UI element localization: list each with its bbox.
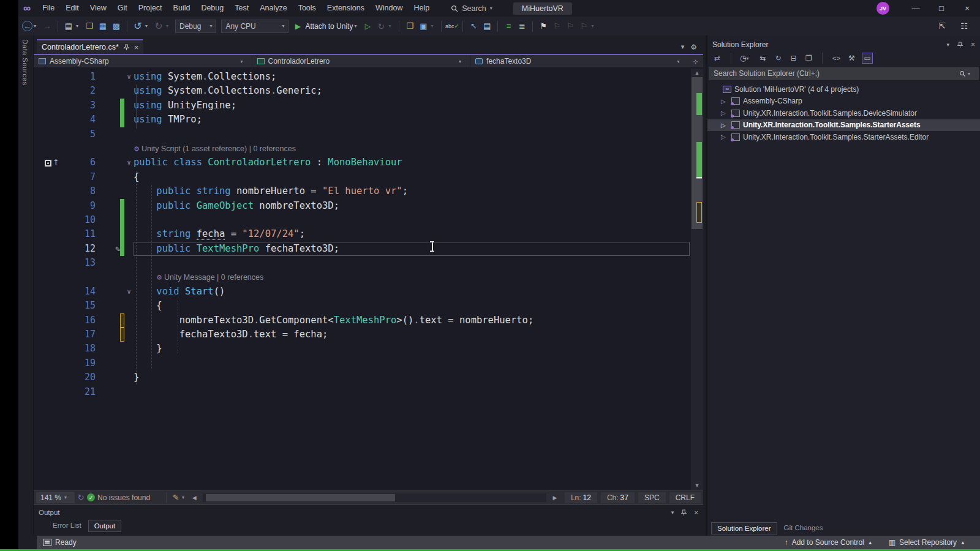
code-line[interactable]: 19 [34,356,703,370]
split-window-handle[interactable]: ⊹ [688,55,703,67]
project-dropdown[interactable]: Assembly-CSharp ▾ [34,55,252,67]
pin-icon[interactable] [124,44,129,51]
panel-dropdown-icon[interactable]: ▾ [671,509,674,515]
code-line[interactable]: 5 [34,127,703,141]
previous-bookmark-button[interactable]: ⚐ [551,20,563,33]
tree-item[interactable]: ▷Unity.XR.Interaction.Toolkit.Samples.De… [707,107,980,119]
code-line[interactable]: ↑6∨public class ControladorLetrero : Mon… [34,156,703,170]
close-panel-icon[interactable]: × [694,509,698,516]
code-line[interactable]: 7{ [34,170,703,184]
code-line[interactable]: 21 [34,385,703,399]
undo-button[interactable]: ↺ [132,20,144,33]
horizontal-scrollbar-thumb[interactable] [206,494,394,501]
maximize-button[interactable]: □ [929,0,954,17]
refresh-icon[interactable]: ↻ [773,53,783,64]
show-all-files-icon[interactable]: ❐ [804,53,813,64]
menu-git[interactable]: Git [112,0,133,17]
navigate-back-button[interactable]: ← [22,21,32,31]
pin-icon[interactable] [681,509,687,516]
codelens-indicator[interactable]: ⚙ Unity Script (1 asset reference) | 0 r… [134,144,296,153]
scroll-right-icon[interactable]: ▶ [549,491,561,504]
document-tab[interactable]: ControladorLetrero.cs* × [37,39,143,54]
code-line[interactable]: 14∨ void Start() [34,285,703,299]
code-line[interactable]: 4using TMPro; [34,113,703,127]
find-in-files-button[interactable]: ❐ [404,20,416,33]
scroll-down-icon[interactable]: ▼ [691,481,703,490]
preview-selected-items-icon[interactable]: ▭ [862,53,872,64]
code-line[interactable]: 11 string fecha = "12/07/24"; [34,227,703,241]
save-button[interactable]: ▦ [97,20,109,33]
new-project-button[interactable]: ▤ [62,20,75,33]
code-line[interactable]: 20} [34,370,703,384]
navigate-to-button[interactable]: ▣ [417,20,429,33]
undo-dropdown[interactable]: ▾ [145,23,151,29]
issues-status[interactable]: No issues found [97,493,150,502]
zoom-dropdown[interactable]: 141 %▾ [36,492,75,503]
code-cleanup-icon[interactable]: ✎ [170,491,182,504]
tab-solution-explorer[interactable]: Solution Explorer [711,522,777,534]
comment-selection-button[interactable]: ↖ [467,20,480,33]
type-dropdown[interactable]: ControladorLetrero ▾ [252,55,471,67]
new-project-dropdown[interactable]: ▾ [76,23,82,29]
tree-item[interactable]: ∞Solution 'MiHuertoVR' (4 of 4 projects) [707,83,980,96]
line-ending-indicator[interactable]: CRLF [669,492,701,503]
code-line[interactable]: 10 [34,213,703,227]
tab-error-list[interactable]: Error List [47,520,87,532]
menu-build[interactable]: Build [168,0,196,17]
uncomment-selection-button[interactable]: ▤ [481,20,493,33]
close-button[interactable]: × [954,0,980,17]
tab-options-gear-icon[interactable]: ⚙ [690,43,697,51]
code-line[interactable]: 15 { [34,299,703,313]
document-health-icon[interactable]: ↻ [75,491,87,504]
menu-view[interactable]: View [85,0,112,17]
code-line[interactable]: 12✎ public TextMeshPro fechaTexto3D; [34,242,703,256]
menu-extensions[interactable]: Extensions [322,0,370,17]
vertical-scrollbar[interactable]: ▲ ▼ [691,69,703,490]
expand-arrow-icon[interactable]: ▷ [721,110,728,116]
column-indicator[interactable]: Ch:37 [601,492,635,503]
debug-configuration-dropdown[interactable]: Debug▾ [175,20,216,33]
code-line[interactable]: 8 public string nombreHuerto = "El huert… [34,184,703,198]
code-line[interactable]: 18 } [34,342,703,356]
codelens-line[interactable]: ⚙ Unity Message | 0 references [34,270,703,284]
tree-item[interactable]: ▷Unity.XR.Interaction.Toolkit.Samples.St… [707,131,980,143]
code-line[interactable]: 9 public GameObject nombreTexto3D; [34,199,703,213]
code-line[interactable]: 13 [34,256,703,270]
view-code-icon[interactable]: <> [831,53,841,64]
redo-dropdown[interactable]: ▾ [166,23,172,29]
attach-dropdown[interactable]: ▾ [354,23,360,29]
close-tab-icon[interactable]: × [134,43,139,52]
tab-git-changes[interactable]: Git Changes [778,522,829,534]
attach-to-unity-button[interactable]: Attach to Unity [305,22,353,31]
menu-test[interactable]: Test [229,0,254,17]
navigate-forward-button[interactable]: → [41,20,53,33]
sync-with-active-document-icon[interactable]: ⇆ [758,53,767,64]
menu-file[interactable]: File [37,0,60,17]
code-line[interactable]: 17 fechaTexto3D.text = fecha; [34,328,703,342]
switch-views-icon[interactable]: ⇄ [712,53,722,64]
clear-bookmarks-button[interactable]: ⚐ [578,20,590,33]
line-indicator[interactable]: Ln:12 [565,492,597,503]
code-line[interactable]: 3using UnityEngine; [34,99,703,113]
properties-icon[interactable]: ⚒ [846,53,856,64]
expand-arrow-icon[interactable]: ▷ [721,98,728,105]
code-cleanup-dropdown[interactable]: ▾ [182,495,188,500]
save-all-button[interactable]: ▩ [110,20,123,33]
navigate-back-dropdown[interactable]: ▾ [34,23,40,29]
code-line[interactable]: 16 nombreTexto3D.GetComponent<TextMeshPr… [34,313,703,328]
member-dropdown[interactable]: fechaTexto3D ▾ [470,55,688,67]
minimize-button[interactable]: — [903,0,929,17]
menu-window[interactable]: Window [370,0,408,17]
share-button[interactable]: ⇱ [936,20,948,33]
fold-chevron-icon[interactable]: ∨ [124,70,134,84]
avatar[interactable]: JV [876,2,889,15]
menu-debug[interactable]: Debug [195,0,229,17]
menu-help[interactable]: Help [408,0,435,17]
menu-project[interactable]: Project [133,0,168,17]
menu-analyze[interactable]: Analyze [254,0,292,17]
codelens-line[interactable]: ⚙ Unity Script (1 asset reference) | 0 r… [34,141,703,156]
search-options-dropdown[interactable]: ▾ [968,71,974,77]
feedback-button[interactable]: ☷ [958,20,970,33]
tree-item[interactable]: ▷Assembly-CSharp [707,96,980,108]
start-without-debugging-button[interactable]: ▷ [361,20,374,33]
